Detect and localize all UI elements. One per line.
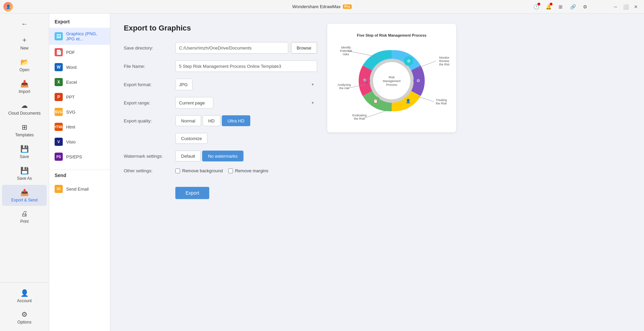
titlebar: 👤 Wondershare EdrawMax Pro 🕐 🔔 ⊞ 🔗 ⚙ ─ ⬜… bbox=[0, 0, 644, 14]
line-3 bbox=[418, 97, 434, 102]
export-button[interactable]: Export bbox=[175, 187, 209, 199]
label-analyse-1: Analysing bbox=[337, 83, 351, 86]
templates-icon: ⊞ bbox=[22, 123, 27, 131]
chart-title: Five Step of Risk Management Process bbox=[357, 33, 427, 37]
export-item-ppt[interactable]: P PPT bbox=[49, 90, 110, 104]
save-directory-input[interactable] bbox=[175, 42, 288, 54]
save-directory-row: Save directory: Browse bbox=[124, 42, 317, 54]
other-settings-label: Other settings: bbox=[124, 168, 171, 173]
remove-background-checkbox[interactable]: Remove background bbox=[175, 168, 223, 173]
export-item-word[interactable]: W Word bbox=[49, 60, 110, 75]
svg-text:📋: 📋 bbox=[373, 98, 378, 103]
svg-text:⚙: ⚙ bbox=[416, 78, 420, 83]
share-icon[interactable]: 🔗 bbox=[568, 2, 578, 12]
remove-margins-checkbox[interactable]: Remove margins bbox=[228, 168, 268, 173]
email-icon: ✉ bbox=[55, 185, 63, 193]
remove-background-input[interactable] bbox=[175, 169, 180, 173]
sidebar-item-print[interactable]: 🖨 Print bbox=[2, 207, 47, 227]
close-button[interactable]: ✕ bbox=[631, 2, 641, 12]
watermark-group: Default No watermarks bbox=[175, 151, 243, 161]
export-range-select[interactable]: Current page All pages Selected pages bbox=[175, 97, 213, 109]
center-text-3: Process bbox=[386, 83, 397, 86]
export-range-row: Export range: Current page All pages Sel… bbox=[124, 97, 317, 109]
sidebar-item-account[interactable]: 👤 Account bbox=[2, 286, 47, 307]
sidebar-item-back[interactable]: ← bbox=[2, 17, 47, 31]
export-icon: 📤 bbox=[20, 188, 29, 196]
open-icon: 📂 bbox=[20, 58, 29, 66]
export-item-excel[interactable]: X Excel bbox=[49, 75, 110, 90]
options-icon: ⚙ bbox=[21, 310, 27, 318]
sidebar-item-templates[interactable]: ⊞ Templates bbox=[2, 120, 47, 141]
label-eval-1: Evaluating bbox=[352, 114, 367, 117]
toolbar-right: 🕐 🔔 ⊞ 🔗 ⚙ bbox=[531, 0, 590, 13]
center-text-1: Risk bbox=[389, 76, 395, 79]
file-name-row: File Name: bbox=[124, 60, 317, 72]
quality-hd-button[interactable]: HD bbox=[202, 115, 220, 126]
app-title: Wondershare EdrawMax Pro bbox=[292, 4, 352, 9]
sidebar-item-open[interactable]: 📂 Open bbox=[2, 55, 47, 76]
label-treating-1: Treating bbox=[436, 98, 447, 102]
sidebar-item-new[interactable]: ＋ New bbox=[2, 32, 47, 54]
sidebar-item-cloud[interactable]: ☁ Cloud Documents bbox=[2, 98, 47, 119]
remove-margins-input[interactable] bbox=[228, 169, 233, 173]
label-treating-2: the Risk bbox=[436, 102, 447, 105]
preview-box: Five Step of Risk Management Process bbox=[327, 24, 456, 132]
browse-button[interactable]: Browse bbox=[291, 42, 317, 54]
minimize-button[interactable]: ─ bbox=[611, 2, 620, 12]
other-settings-row: Other settings: Remove background Remove… bbox=[124, 168, 317, 173]
preview-chart: Five Step of Risk Management Process bbox=[334, 31, 449, 125]
pseps-icon: PS bbox=[55, 153, 63, 161]
export-item-svg[interactable]: SVG SVG bbox=[49, 104, 110, 119]
export-item-pdf[interactable]: 📄 PDF bbox=[49, 45, 110, 60]
grid-icon[interactable]: ⊞ bbox=[556, 2, 565, 12]
export-form: Export to Graphics Save directory: Brows… bbox=[124, 24, 317, 321]
sidebar-item-import[interactable]: 📥 Import bbox=[2, 76, 47, 97]
png-icon: 🖼 bbox=[55, 32, 63, 40]
sidebar-item-options[interactable]: ⚙ Options bbox=[2, 307, 47, 328]
export-item-html[interactable]: HTML Html bbox=[49, 119, 110, 134]
export-item-pseps[interactable]: PS PS/EPS bbox=[49, 149, 110, 164]
export-item-graphics[interactable]: 🖼 Graphics (PNG, JPG et... bbox=[49, 28, 110, 45]
quality-ultrahd-button[interactable]: Ultra HD bbox=[222, 115, 250, 126]
send-section: Send ✉ Send Email bbox=[49, 170, 110, 196]
watermark-label: Watermark settings: bbox=[124, 154, 171, 159]
sidebar-item-save-as[interactable]: 💾 Save As bbox=[2, 163, 47, 184]
quality-normal-button[interactable]: Normal bbox=[175, 115, 201, 126]
label-eval-2: the Risk bbox=[354, 117, 365, 120]
watermark-row: Watermark settings: Default No watermark… bbox=[124, 151, 317, 161]
file-name-input[interactable] bbox=[175, 60, 317, 72]
label-analyse-2: the risk bbox=[339, 86, 349, 90]
back-icon: ← bbox=[21, 20, 28, 28]
sidebar-item-export[interactable]: 📤 Export & Send bbox=[2, 185, 47, 206]
save-directory-label: Save directory: bbox=[124, 45, 171, 51]
print-icon: 🖨 bbox=[21, 210, 28, 218]
window-controls: ─ ⬜ ✕ bbox=[611, 0, 641, 13]
svg-text:⚙: ⚙ bbox=[407, 59, 411, 63]
watermark-default-button[interactable]: Default bbox=[175, 151, 201, 161]
bell-icon[interactable]: 🔔 bbox=[544, 2, 553, 12]
clock-icon[interactable]: 🕐 bbox=[531, 2, 541, 12]
sidebar: ← ＋ New 📂 Open 📥 Import ☁ Cloud Document… bbox=[0, 14, 49, 331]
maximize-button[interactable]: ⬜ bbox=[621, 2, 630, 12]
export-quality-row: Export quality: Normal HD Ultra HD bbox=[124, 115, 317, 126]
sidebar-item-save[interactable]: 💾 Save bbox=[2, 141, 47, 162]
export-range-label: Export range: bbox=[124, 100, 171, 105]
label-monitor-2: Reviewing bbox=[439, 59, 449, 63]
quality-customize-button[interactable]: Customize bbox=[175, 133, 208, 144]
save-as-icon: 💾 bbox=[20, 167, 29, 175]
export-item-email[interactable]: ✉ Send Email bbox=[49, 181, 110, 196]
export-format-select[interactable]: JPG PNG BMP GIF TIFF bbox=[175, 79, 193, 90]
svg-text:👤: 👤 bbox=[406, 98, 411, 103]
watermark-nowatermark-button[interactable]: No watermarks bbox=[202, 151, 243, 161]
page-title: Export to Graphics bbox=[124, 24, 317, 33]
export-quality-label: Export quality: bbox=[124, 118, 171, 123]
settings-icon[interactable]: ⚙ bbox=[580, 2, 590, 12]
export-item-visio[interactable]: V Visio bbox=[49, 134, 110, 149]
line-2 bbox=[418, 61, 436, 68]
ppt-icon: P bbox=[55, 93, 63, 101]
svg-text:🔍: 🔍 bbox=[363, 78, 368, 83]
center-text-2: Management bbox=[383, 79, 401, 83]
export-section-title: Export bbox=[49, 19, 110, 28]
user-avatar[interactable]: 👤 bbox=[3, 2, 13, 12]
visio-icon: V bbox=[55, 138, 63, 146]
